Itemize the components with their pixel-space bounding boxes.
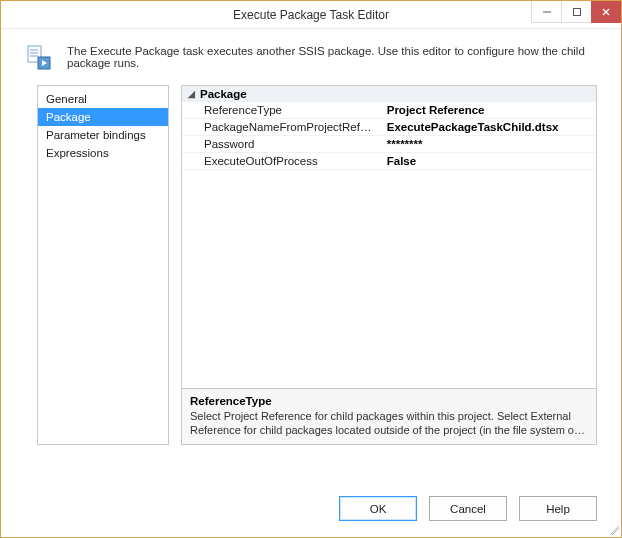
property-row[interactable]: ExecuteOutOfProcess False: [182, 153, 596, 170]
ok-button[interactable]: OK: [339, 496, 417, 521]
property-value[interactable]: Project Reference: [381, 102, 596, 119]
collapse-toggle-icon[interactable]: ◢: [186, 89, 196, 99]
close-button[interactable]: [591, 1, 621, 23]
task-icon: [25, 43, 53, 71]
titlebar[interactable]: Execute Package Task Editor: [1, 1, 621, 29]
window-title: Execute Package Task Editor: [1, 8, 621, 22]
right-panel: ◢ Package ReferenceType Project Referenc…: [181, 85, 597, 445]
property-value[interactable]: False: [381, 153, 596, 170]
description-text: Select Project Reference for child packa…: [190, 409, 588, 437]
property-row[interactable]: ReferenceType Project Reference: [182, 102, 596, 119]
nav-item-package[interactable]: Package: [38, 108, 168, 126]
header-description: The Execute Package task executes anothe…: [67, 45, 597, 69]
property-name: PackageNameFromProjectReference: [182, 119, 381, 136]
property-row[interactable]: PackageNameFromProjectReference ExecuteP…: [182, 119, 596, 136]
resize-grip[interactable]: [607, 523, 619, 535]
description-title: ReferenceType: [190, 395, 588, 407]
property-name: ReferenceType: [182, 102, 381, 119]
property-rows: ReferenceType Project Reference PackageN…: [182, 102, 596, 170]
nav-item-expressions[interactable]: Expressions: [38, 144, 168, 162]
dialog-body: General Package Parameter bindings Expre…: [1, 85, 621, 478]
property-name: ExecuteOutOfProcess: [182, 153, 381, 170]
nav-item-parameter-bindings[interactable]: Parameter bindings: [38, 126, 168, 144]
property-category-header[interactable]: ◢ Package: [182, 86, 596, 102]
property-value[interactable]: ********: [381, 136, 596, 153]
nav-panel: General Package Parameter bindings Expre…: [37, 85, 169, 445]
dialog-window: Execute Package Task Editor The: [0, 0, 622, 538]
window-controls: [531, 1, 621, 23]
property-row[interactable]: Password ********: [182, 136, 596, 153]
svg-rect-1: [573, 8, 580, 15]
nav-item-general[interactable]: General: [38, 90, 168, 108]
property-grid[interactable]: ◢ Package ReferenceType Project Referenc…: [181, 85, 597, 389]
cancel-button[interactable]: Cancel: [429, 496, 507, 521]
description-panel: ReferenceType Select Project Reference f…: [181, 389, 597, 445]
property-name: Password: [182, 136, 381, 153]
maximize-button[interactable]: [561, 1, 591, 23]
property-value[interactable]: ExecutePackageTaskChild.dtsx: [381, 119, 596, 136]
help-button[interactable]: Help: [519, 496, 597, 521]
minimize-button[interactable]: [531, 1, 561, 23]
header: The Execute Package task executes anothe…: [1, 29, 621, 85]
property-category-label: Package: [200, 88, 247, 100]
button-row: OK Cancel Help: [1, 478, 621, 537]
